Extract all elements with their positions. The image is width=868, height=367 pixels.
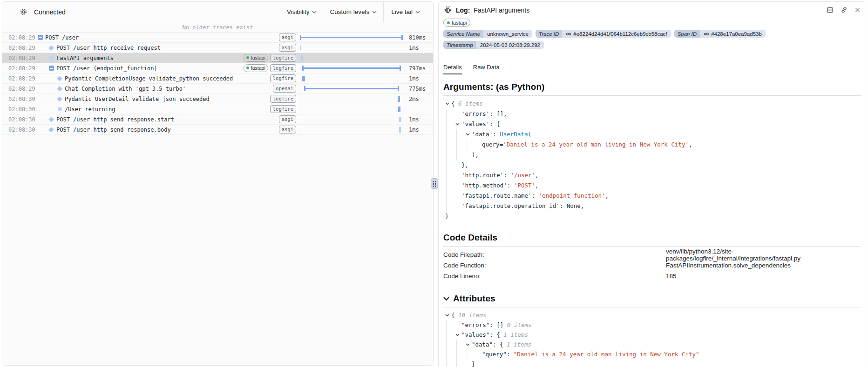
indent-guide bbox=[446, 129, 455, 140]
metadata-chip-timestamp[interactable]: Timestamp2024-05-03 02:08:29.292 bbox=[443, 41, 544, 49]
trace-row[interactable]: 02:08:30POST /user http send response.st… bbox=[2, 114, 433, 125]
attributes-heading-label: Attributes bbox=[453, 294, 495, 304]
trace-timestamp: 02:08:29 bbox=[8, 55, 37, 61]
duration-label: 797ms bbox=[409, 65, 433, 72]
duration-tick bbox=[399, 127, 401, 133]
code-segment: 6 items bbox=[458, 100, 483, 107]
duration-bar-track bbox=[299, 73, 405, 84]
chip-value: 2024-05-03 02:08:29.292 bbox=[476, 41, 544, 49]
code-segment: , bbox=[535, 172, 539, 179]
tree-collapse-icon[interactable] bbox=[455, 330, 461, 340]
tree-collapse-icon[interactable] bbox=[466, 340, 472, 349]
trace-row[interactable]: 02:08:30Pydantic UserDetail validate_jso… bbox=[2, 94, 433, 104]
trace-list: 02:08:29POST /userasgi810ms02:08:29POST … bbox=[2, 33, 433, 365]
span-diamond-icon bbox=[48, 46, 54, 50]
trace-panel-header: Connected Visibility Custom levels Live … bbox=[2, 2, 433, 22]
trace-row[interactable]: 02:08:29Pydantic CompletionUsage validat… bbox=[2, 73, 433, 84]
code-segment: 'Daniel is a 24 year old man living in N… bbox=[503, 141, 689, 148]
metadata-chip-trace-id[interactable]: Trace ID#e8224d24d41f064b112c6eb9cb58cac… bbox=[536, 30, 671, 38]
attributes-heading[interactable]: Attributes bbox=[443, 294, 861, 304]
code-segment: "values" bbox=[461, 331, 489, 338]
metadata-chip-span-id[interactable]: Span ID#428e17a0ea9ad53b bbox=[674, 30, 766, 38]
panel-resize-handle[interactable] bbox=[431, 178, 438, 189]
indent-guide bbox=[456, 340, 466, 349]
tree-collapse-icon[interactable] bbox=[455, 119, 461, 129]
trace-row[interactable]: 02:08:29POST /userasgi810ms bbox=[2, 33, 433, 43]
code-details-table: Code Filepath:venv/lib/python3.12/site-p… bbox=[443, 249, 861, 281]
tree-collapse-icon[interactable] bbox=[466, 129, 472, 140]
link-icon[interactable] bbox=[840, 6, 848, 14]
badge-group: logfire bbox=[270, 95, 296, 103]
connection-status: Connected bbox=[34, 8, 66, 16]
duration-tick bbox=[398, 107, 400, 112]
span-name: POST /user http send response.start bbox=[56, 116, 174, 123]
tree-text: "errors": [] 0 items bbox=[461, 320, 532, 330]
gear-icon[interactable] bbox=[20, 8, 27, 16]
tree-text: } bbox=[472, 359, 475, 367]
live-tail-dropdown[interactable]: Live tail bbox=[384, 8, 433, 15]
tree-text: ), bbox=[472, 150, 479, 160]
trace-row[interactable]: 02:08:29FastAPI argumentsfastapilogfire bbox=[2, 53, 433, 63]
split-panel-icon[interactable] bbox=[826, 6, 834, 14]
code-segment: 1 items bbox=[507, 341, 531, 348]
tree-line: 'fastapi.route.operation_id': None, bbox=[443, 201, 861, 211]
tree-line: { 10 items bbox=[443, 310, 861, 320]
tab-details[interactable]: Details bbox=[443, 64, 462, 74]
tree-line: } bbox=[443, 211, 861, 221]
collapse-toggle-icon[interactable] bbox=[37, 35, 43, 40]
chip-label: Service Name bbox=[443, 30, 483, 38]
code-segment: : bbox=[507, 351, 514, 358]
code-segment: : bbox=[503, 172, 510, 179]
code-segment: { bbox=[451, 312, 458, 319]
indent-guide bbox=[446, 160, 455, 170]
service-tag-fastapi[interactable]: fastapi bbox=[443, 19, 470, 27]
close-icon[interactable] bbox=[854, 7, 861, 13]
code-segment: , bbox=[605, 192, 609, 199]
span-name: POST /user http receive request bbox=[56, 45, 161, 51]
tab-raw-data[interactable]: Raw Data bbox=[473, 64, 500, 74]
custom-levels-dropdown[interactable]: Custom levels bbox=[323, 8, 383, 15]
code-segment: } bbox=[445, 213, 449, 220]
chevron-spacer bbox=[455, 201, 461, 211]
trace-timestamp: 02:08:30 bbox=[8, 106, 37, 113]
metadata-chip-service-name[interactable]: Service Nameunknown_service bbox=[443, 30, 532, 38]
code-segment: 10 items bbox=[458, 312, 486, 319]
span-diamond-icon bbox=[48, 128, 54, 132]
tree-text: "data": { 1 items bbox=[472, 340, 531, 349]
trace-row[interactable]: 02:08:29Chat Completion with 'gpt-3.5-tu… bbox=[2, 84, 433, 94]
section-rule bbox=[443, 95, 861, 96]
tree-collapse-icon[interactable] bbox=[445, 310, 451, 320]
tree-line: 'errors': [], bbox=[443, 109, 861, 119]
chip-row: Timestamp2024-05-03 02:08:29.292 bbox=[443, 41, 861, 49]
duration-label: 810ms bbox=[409, 34, 433, 41]
trace-row[interactable]: 02:08:30POST /user http send response.bo… bbox=[2, 125, 433, 135]
code-segment: 1 items bbox=[503, 331, 528, 338]
badge-group: logfire bbox=[270, 74, 296, 82]
tree-collapse-icon[interactable] bbox=[445, 99, 451, 109]
indent-guide bbox=[446, 340, 455, 349]
code-detail-label: Code Lineno: bbox=[443, 273, 666, 280]
chevron-spacer bbox=[466, 359, 472, 367]
trace-row[interactable]: 02:08:29POST /user http receive requesta… bbox=[2, 43, 433, 53]
visibility-dropdown[interactable]: Visibility bbox=[280, 8, 324, 15]
code-segment: query= bbox=[482, 141, 503, 148]
indent-guide bbox=[446, 320, 455, 330]
indent-guide bbox=[446, 180, 455, 191]
span-diamond-icon bbox=[48, 118, 54, 121]
chevron-spacer bbox=[455, 191, 461, 201]
indent-guide bbox=[446, 119, 455, 129]
code-segment: : bbox=[507, 182, 514, 189]
log-dot-icon bbox=[57, 107, 62, 111]
duration-label: 775ms bbox=[409, 86, 433, 92]
collapse-toggle-icon[interactable] bbox=[48, 66, 54, 71]
duration-bar-track bbox=[299, 104, 405, 114]
chip-value: #428e17a0ea9ad53b bbox=[700, 30, 766, 38]
code-segment: 'POST' bbox=[514, 182, 535, 189]
span-name: /User returning bbox=[65, 106, 115, 113]
span-name: Chat Completion with 'gpt-3.5-turbo' bbox=[65, 86, 186, 92]
indent-guide bbox=[446, 191, 455, 201]
trace-timestamp: 02:08:30 bbox=[8, 116, 37, 123]
trace-row[interactable]: 02:08:29POST /user (endpoint_function)fa… bbox=[2, 63, 433, 73]
chevron-spacer bbox=[466, 150, 472, 160]
trace-row[interactable]: 02:08:30/User returninglogfire bbox=[2, 104, 433, 114]
